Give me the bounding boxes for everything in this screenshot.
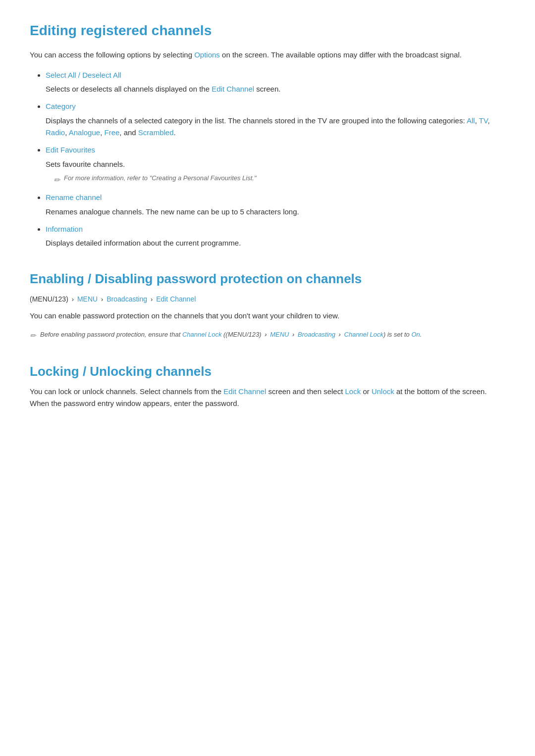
chevron-note-2: › [292, 331, 294, 338]
enabling-note-text: Before enabling password protection, ens… [40, 330, 422, 340]
breadcrumb-broadcasting-link[interactable]: Broadcasting [107, 295, 147, 303]
tv-link[interactable]: TV [479, 116, 488, 125]
breadcrumb-part1: (MENU/123) [30, 295, 68, 303]
list-item-information: Information Displays detailed informatio… [46, 223, 505, 250]
rename-channel-term[interactable]: Rename channel [46, 193, 102, 202]
edit-channel-link-1[interactable]: Edit Channel [212, 85, 254, 93]
locking-section: Locking / Unlocking channels You can loc… [30, 361, 505, 410]
edit-favourites-term[interactable]: Edit Favourites [46, 146, 95, 154]
options-link[interactable]: Options [194, 50, 220, 59]
chevron-note-1: › [265, 331, 267, 338]
locking-desc-mid2: or [363, 387, 372, 396]
breadcrumb: (MENU/123) › MENU › Broadcasting › Edit … [30, 294, 505, 305]
pencil-icon-2: ✏ [30, 330, 36, 342]
chevron-note-3: › [339, 331, 341, 338]
enabling-desc: You can enable password protection on th… [30, 310, 505, 322]
information-desc: Displays detailed information about the … [46, 237, 505, 249]
list-item-category: Category Displays the channels of a sele… [46, 100, 505, 139]
locking-desc: You can lock or unlock channels. Select … [30, 386, 505, 409]
editing-intro-text: You can access the following options by … [30, 50, 192, 59]
select-all-desc: Selects or deselects all channels displa… [46, 83, 505, 95]
enabling-section: Enabling / Disabling password protection… [30, 269, 505, 341]
edit-channel-link-locking[interactable]: Edit Channel [223, 387, 266, 396]
editing-section: Editing registered channels You can acce… [30, 20, 505, 249]
all-link[interactable]: All [467, 116, 475, 125]
category-term[interactable]: Category [46, 102, 76, 110]
list-item-rename-channel: Rename channel Renames analogue channels… [46, 191, 505, 218]
list-item-edit-favourites: Edit Favourites Sets favourite channels.… [46, 144, 505, 186]
breadcrumb-edit-channel-link[interactable]: Edit Channel [156, 295, 196, 303]
enabling-note: ✏ Before enabling password protection, e… [30, 330, 505, 342]
pencil-icon-1: ✏ [54, 174, 60, 187]
editing-title: Editing registered channels [30, 20, 505, 42]
channel-lock-link-2[interactable]: Channel Lock [344, 331, 384, 338]
editing-list: Select All / Deselect All Selects or des… [30, 69, 505, 250]
list-item-select-all: Select All / Deselect All Selects or des… [46, 69, 505, 96]
editing-intro: You can access the following options by … [30, 49, 505, 61]
locking-desc-prefix: You can lock or unlock channels. Select … [30, 387, 223, 396]
unlock-link[interactable]: Unlock [372, 387, 394, 396]
edit-favourites-desc: Sets favourite channels. [46, 158, 505, 170]
breadcrumb-menu-link[interactable]: MENU [77, 295, 98, 303]
scrambled-link[interactable]: Scrambled [138, 128, 174, 137]
select-all-term[interactable]: Select All / Deselect All [46, 71, 121, 79]
chevron-2: › [101, 296, 103, 303]
radio-link[interactable]: Radio [46, 128, 65, 137]
enabling-title: Enabling / Disabling password protection… [30, 269, 505, 290]
edit-favourites-note-text: For more information, refer to "Creating… [64, 173, 257, 184]
rename-channel-desc: Renames analogue channels. The new name … [46, 206, 505, 218]
chevron-1: › [72, 296, 74, 303]
editing-intro-suffix: on the screen. The available options may… [222, 50, 462, 59]
channel-lock-link-1[interactable]: Channel Lock [182, 331, 222, 338]
locking-desc-mid: screen and then select [268, 387, 345, 396]
lock-link[interactable]: Lock [345, 387, 361, 396]
edit-favourites-note: ✏ For more information, refer to "Creati… [54, 173, 505, 187]
on-link[interactable]: On [411, 331, 420, 338]
menu-link-note[interactable]: MENU [270, 331, 289, 338]
information-term[interactable]: Information [46, 225, 83, 233]
free-link[interactable]: Free [104, 128, 119, 137]
analogue-link[interactable]: Analogue [69, 128, 100, 137]
chevron-3: › [151, 296, 153, 303]
category-desc: Displays the channels of a selected cate… [46, 115, 505, 139]
broadcasting-link-note[interactable]: Broadcasting [298, 331, 335, 338]
locking-title: Locking / Unlocking channels [30, 361, 505, 382]
